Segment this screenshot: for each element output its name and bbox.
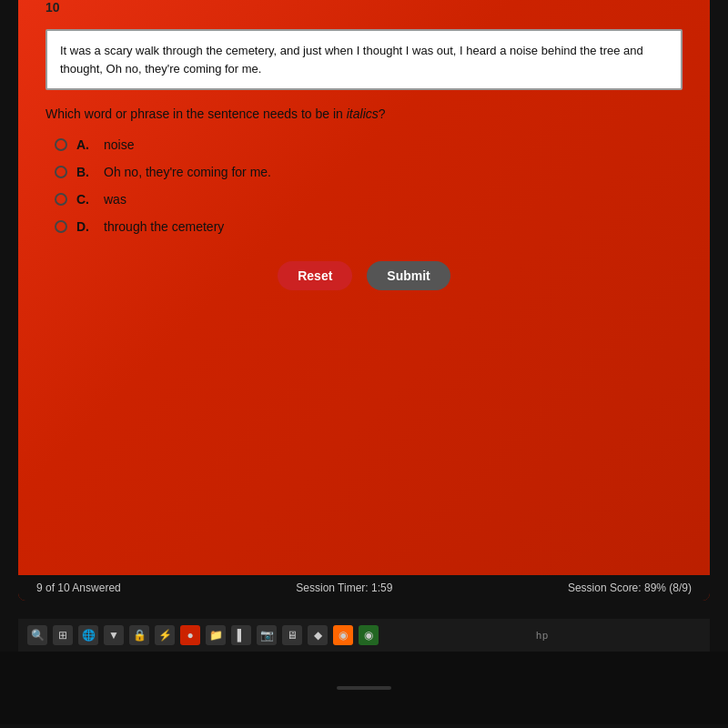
option-b-text: Oh no, they're coming for me. xyxy=(104,165,271,179)
taskbar-bar[interactable]: ▌ xyxy=(231,625,251,645)
taskbar-folder[interactable]: 📁 xyxy=(206,625,226,645)
question-text: Which word or phrase in the sentence nee… xyxy=(46,106,682,121)
option-c-text: was xyxy=(104,192,126,207)
laptop-hinge xyxy=(337,686,391,690)
question-number: 10 xyxy=(46,0,682,15)
passage-text: It was a scary walk through the cemetery… xyxy=(60,44,643,76)
answered-count: 9 of 10 Answered xyxy=(36,581,121,594)
status-bar: 9 of 10 Answered Session Timer: 1:59 Ses… xyxy=(18,575,710,601)
option-a-label: A. xyxy=(76,137,95,152)
option-c-label: C. xyxy=(76,192,95,207)
option-b[interactable]: B. Oh no, they're coming for me. xyxy=(55,165,682,179)
taskbar-camera[interactable]: 📷 xyxy=(257,625,277,645)
taskbar-red-app[interactable]: ● xyxy=(180,625,200,645)
option-d-text: through the cemetery xyxy=(104,219,224,234)
taskbar-arrow[interactable]: ▼ xyxy=(104,625,124,645)
radio-a[interactable] xyxy=(55,138,67,151)
options-list: A. noise B. Oh no, they're coming for me… xyxy=(55,137,682,234)
taskbar-bolt[interactable]: ⚡ xyxy=(155,625,175,645)
taskbar-dropbox[interactable]: ◆ xyxy=(308,625,328,645)
radio-c[interactable] xyxy=(55,193,67,206)
bottom-bezel xyxy=(0,652,728,724)
taskbar-search[interactable]: 🔍 xyxy=(27,625,47,645)
session-score: Session Score: 89% (8/9) xyxy=(568,581,692,594)
taskbar-orange-app[interactable]: ◉ xyxy=(333,625,353,645)
screen: 10 It was a scary walk through the cemet… xyxy=(18,0,710,601)
passage-box: It was a scary walk through the cemetery… xyxy=(46,29,682,90)
option-b-label: B. xyxy=(76,165,95,179)
taskbar-monitor[interactable]: 🖥 xyxy=(282,625,302,645)
radio-b[interactable] xyxy=(55,166,67,178)
taskbar-lock[interactable]: 🔒 xyxy=(129,625,149,645)
reset-button[interactable]: Reset xyxy=(278,261,352,290)
taskbar-green-app[interactable]: ◉ xyxy=(359,625,379,645)
option-a[interactable]: A. noise xyxy=(55,137,682,152)
hp-logo: hp xyxy=(536,630,549,641)
taskbar-windows[interactable]: ⊞ xyxy=(53,625,73,645)
option-d[interactable]: D. through the cemetery xyxy=(55,219,682,234)
taskbar-browser[interactable]: 🌐 xyxy=(78,625,98,645)
submit-button[interactable]: Submit xyxy=(367,261,450,290)
buttons-row: Reset Submit xyxy=(46,261,682,290)
option-c[interactable]: C. was xyxy=(55,192,682,207)
question-area: 10 It was a scary walk through the cemet… xyxy=(18,0,710,575)
taskbar: 🔍 ⊞ 🌐 ▼ 🔒 ⚡ ● 📁 ▌ 📷 🖥 ◆ ◉ ◉ hp xyxy=(18,619,710,652)
session-timer: Session Timer: 1:59 xyxy=(296,581,392,594)
option-a-text: noise xyxy=(104,137,134,152)
option-d-label: D. xyxy=(76,219,95,234)
radio-d[interactable] xyxy=(55,220,67,233)
